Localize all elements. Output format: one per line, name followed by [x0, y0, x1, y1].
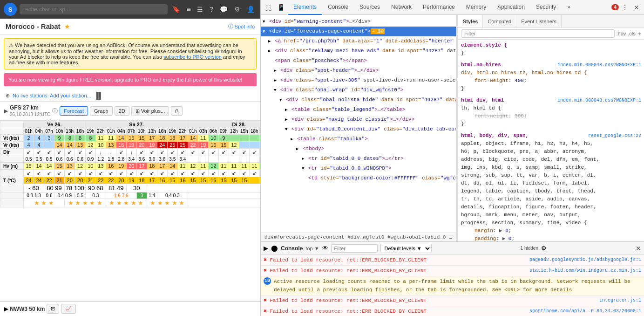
styles-source-nohires[interactable]: index.min.000048.css?WGNOEXP:1: [557, 61, 641, 69]
share-button[interactable]: ⎙: [171, 106, 183, 116]
devtools-close-icon[interactable]: ✕: [631, 2, 642, 13]
console-settings-icon[interactable]: ⚙: [541, 245, 547, 252]
wave-dir-label: [0, 170, 24, 177]
tab-network[interactable]: Network: [386, 0, 417, 15]
subtab-computed[interactable]: Computed: [483, 15, 516, 27]
triangle-16[interactable]: [302, 166, 304, 171]
tab-application[interactable]: Application: [492, 0, 530, 15]
dom-line-12[interactable]: <div id="tabid_0_content_div" class="div…: [261, 124, 456, 134]
console-stop-icon[interactable]: ⬤: [271, 245, 278, 252]
console-tab-label[interactable]: Console: [281, 245, 303, 252]
subtab-event-listeners[interactable]: Event Listeners: [516, 15, 562, 27]
triangle-8[interactable]: [274, 88, 276, 93]
triangle-15[interactable]: [302, 157, 304, 161]
dom-line-7[interactable]: <div class="spot-live-305" spot-live-div…: [261, 76, 456, 85]
favorite-star[interactable]: ★: [64, 23, 70, 30]
subtab-styles[interactable]: Styles: [458, 15, 483, 27]
styles-hov-toggle[interactable]: :hov: [617, 31, 626, 36]
devtools-more-icon[interactable]: ⋮: [619, 2, 631, 13]
view-2d-button[interactable]: 2D: [115, 106, 129, 116]
triangle-3[interactable]: [268, 39, 271, 44]
triangle-11[interactable]: [285, 117, 287, 122]
wave-23: 11: [249, 163, 259, 170]
dom-line-16[interactable]: <tr id="tabid_0_0_WINDSPD">: [261, 164, 456, 173]
dom-line-1[interactable]: <div id="warning-content">…</div>: [261, 17, 456, 27]
dom-line-9[interactable]: <div class="obal nolista hide" data-id-s…: [261, 95, 456, 105]
dom-line-17[interactable]: <td style="background-color:#FFFFFF" cla…: [261, 173, 456, 183]
styles-add-rule[interactable]: +: [637, 30, 641, 37]
nww3-graph-btn[interactable]: 📈: [61, 304, 76, 314]
voir-plus-button[interactable]: ⊞ Voir plus...: [131, 106, 169, 116]
nww3-forecast-btn[interactable]: ⊞: [47, 304, 59, 314]
styles-source-htmldiv[interactable]: index.min.000048.css?WGNOEXP:1: [557, 96, 641, 104]
triangle-9[interactable]: [279, 98, 282, 103]
ws-12: 15: [136, 135, 147, 142]
console-source-1[interactable]: pagead2.googlesyndic.js/adsbygoogle.js:1: [529, 256, 641, 264]
dom-line-3[interactable]: <a href="/pro.php?bh" data-ajax="1" data…: [261, 36, 456, 46]
styles-source-reset[interactable]: reset_google.css:22: [588, 132, 641, 140]
tab-sources[interactable]: Sources: [354, 0, 386, 15]
dom-line-8[interactable]: <div class="obal-wrap" id="div_wgfcst0">: [261, 85, 456, 95]
spot-info-label: Spot info: [235, 24, 255, 29]
console-source-2[interactable]: static.h-bid.com/win.indguru.cz.min.js:1: [529, 267, 641, 275]
dom-line-6[interactable]: <div class="spot-header">…</div>: [261, 66, 456, 76]
wave-11: 20: [126, 163, 136, 170]
forecast-button[interactable]: Forecast: [60, 106, 88, 116]
menu-icon[interactable]: ☰: [195, 5, 205, 14]
console-play-icon[interactable]: ▶: [264, 245, 268, 252]
upgrade-banner[interactable]: You are now viewing Windguru FREE versio…: [4, 73, 257, 86]
gust-12: 20: [136, 142, 147, 149]
devtools-device-icon[interactable]: 📱: [274, 2, 288, 13]
triangle-1[interactable]: [263, 20, 265, 24]
bars-icon[interactable]: ≡: [185, 5, 192, 14]
console-eye-icon[interactable]: 👁: [322, 245, 328, 252]
console-level-select[interactable]: Default levels ▼: [380, 244, 432, 253]
bookmark-icon[interactable]: 🔖: [170, 5, 182, 14]
triangle-2[interactable]: [263, 29, 265, 34]
dom-line-15[interactable]: <tr id="tabid_0_0_dates">…</tr>: [261, 154, 456, 164]
dom-line-13[interactable]: <table class="tabulka">: [261, 134, 456, 144]
console-source-3[interactable]: integrator.js:1: [599, 296, 641, 305]
ws-10: 14: [116, 135, 126, 142]
help-icon[interactable]: ?: [208, 5, 215, 14]
dom-line-5[interactable]: <span class="poscheck"></span>: [261, 56, 456, 66]
user-icon[interactable]: 👤: [245, 5, 257, 14]
devtools-inspect-icon[interactable]: ⬚: [263, 2, 274, 13]
tab-memory[interactable]: Memory: [461, 0, 492, 15]
styles-filter-input[interactable]: [461, 29, 615, 38]
forecast-table-wrapper[interactable]: Ve 26. Sa 27. Di 28. Lu 29. 01h 04h 07h …: [0, 121, 260, 301]
console-source-4[interactable]: sportihome.com/api/a…-6.84,34.03/20000:1: [529, 307, 641, 316]
dom-line-2[interactable]: <div id="forecasts-page-content">= $0: [261, 27, 456, 36]
tab-performance[interactable]: Performance: [417, 0, 461, 15]
triangle-4[interactable]: [268, 49, 271, 54]
dom-line-11[interactable]: <div class="navig_table_classic">…</div>: [261, 115, 456, 124]
tab-security[interactable]: Security: [530, 0, 562, 15]
chat-icon[interactable]: 💬: [218, 5, 230, 14]
styles-cls-toggle[interactable]: .cls: [628, 31, 636, 36]
address-bar[interactable]: [20, 4, 168, 14]
styles-content: element.style { } html.no-hires index.mi…: [458, 40, 644, 241]
console-close-button[interactable]: ✕: [636, 245, 641, 252]
triangle-14[interactable]: [296, 147, 298, 151]
triangle-6[interactable]: [274, 69, 276, 73]
triangle-13[interactable]: [291, 137, 293, 142]
hour-21c: 21h: [259, 128, 260, 135]
dom-line-14[interactable]: <tbody>: [261, 144, 456, 154]
wave-18: 11: [198, 163, 208, 170]
spot-info-button[interactable]: ⓘ Spot info: [228, 23, 255, 30]
triangle-7[interactable]: [274, 78, 276, 83]
console-filter-input[interactable]: [331, 244, 378, 253]
tab-more[interactable]: »: [562, 0, 576, 15]
dom-line-4[interactable]: <div class="reklamy-mezi have-ads" data-…: [261, 46, 456, 56]
dir-15: ↙: [167, 149, 177, 156]
dom-tree[interactable]: <div id="warning-content">…</div> <div i…: [261, 15, 456, 233]
dom-line-10[interactable]: <table class="table_legend">…</table>: [261, 105, 456, 115]
triangle-10[interactable]: [285, 108, 287, 112]
settings-icon[interactable]: ⚙: [232, 5, 242, 14]
add-station-link[interactable]: No live stations. Add your station...: [13, 93, 91, 98]
subscribe-link[interactable]: subscribe to PRO version: [163, 54, 222, 60]
graph-button[interactable]: Graph: [90, 106, 113, 116]
tab-console[interactable]: Console: [322, 0, 354, 15]
triangle-12[interactable]: [285, 127, 287, 132]
tab-elements[interactable]: Elements: [288, 0, 322, 15]
